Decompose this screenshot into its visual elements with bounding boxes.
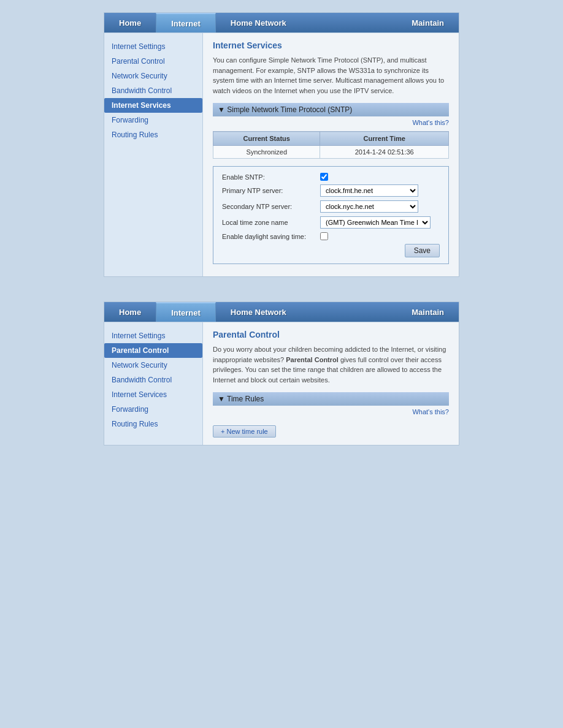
- save-row: Save: [222, 244, 440, 257]
- internet-services-panel: Home Internet Home Network Maintain Inte…: [12, 12, 551, 277]
- content-wrapper-2: Internet Settings Parental Control Netwo…: [104, 322, 459, 445]
- status-value: Synchronized: [213, 146, 320, 159]
- top-nav-1: Home Internet Home Network Maintain: [104, 13, 459, 32]
- whats-this-sntp[interactable]: What's this?: [213, 119, 449, 126]
- sidebar2-internet-settings[interactable]: Internet Settings: [104, 328, 202, 343]
- sidebar-network-security[interactable]: Network Security: [104, 69, 202, 83]
- sidebar2-routing-rules[interactable]: Routing Rules: [104, 417, 202, 431]
- sidebar-parental-control[interactable]: Parental Control: [104, 54, 202, 69]
- content-wrapper-1: Internet Settings Parental Control Netwo…: [104, 33, 459, 276]
- sidebar-internet-settings[interactable]: Internet Settings: [104, 39, 202, 54]
- timezone-label: Local time zone name: [222, 219, 320, 226]
- enable-sntp-checkbox[interactable]: [320, 173, 328, 181]
- nav-home-2[interactable]: Home: [104, 302, 156, 322]
- sidebar-internet-services[interactable]: Internet Services: [104, 98, 202, 113]
- enable-sntp-label: Enable SNTP:: [222, 173, 320, 181]
- sidebar-1: Internet Settings Parental Control Netwo…: [104, 33, 202, 276]
- sidebar2-internet-services[interactable]: Internet Services: [104, 387, 202, 402]
- parental-control-panel: Home Internet Home Network Maintain Inte…: [12, 301, 551, 446]
- primary-ntp-label: Primary NTP server:: [222, 187, 320, 194]
- top-nav-2: Home Internet Home Network Maintain: [104, 302, 459, 322]
- section-header-time-rules[interactable]: ▼ Time Rules: [213, 392, 449, 406]
- nav-home-network-2[interactable]: Home Network: [216, 302, 301, 322]
- section-header-sntp[interactable]: ▼ Simple Network Time Protocol (SNTP): [213, 103, 449, 116]
- time-value: 2014-1-24 02:51:36: [320, 146, 449, 159]
- timezone-select[interactable]: (GMT) Greenwich Mean Time Dut: [320, 216, 431, 229]
- desc-bold: Parental Control: [286, 356, 339, 363]
- nav-internet-2[interactable]: Internet: [156, 302, 216, 322]
- whats-this-time-rules[interactable]: What's this?: [213, 408, 449, 415]
- col-current-time: Current Time: [320, 132, 449, 146]
- page-description-2: Do you worry about your children becomin…: [213, 344, 449, 385]
- timezone-row: Local time zone name (GMT) Greenwich Mea…: [222, 216, 440, 229]
- primary-ntp-row: Primary NTP server: clock.fmt.he.net: [222, 184, 440, 197]
- secondary-ntp-row: Secondary NTP server: clock.nyc.he.net: [222, 200, 440, 213]
- secondary-ntp-label: Secondary NTP server:: [222, 203, 320, 210]
- sntp-form: Enable SNTP: Primary NTP server: clock.f…: [213, 166, 449, 264]
- nav-internet-1[interactable]: Internet: [156, 13, 216, 32]
- nav-home-network-1[interactable]: Home Network: [216, 13, 301, 32]
- daylight-checkbox[interactable]: [320, 232, 328, 240]
- nav-maintain-2[interactable]: Maintain: [397, 302, 459, 322]
- sidebar-forwarding[interactable]: Forwarding: [104, 113, 202, 127]
- sidebar-routing-rules[interactable]: Routing Rules: [104, 127, 202, 142]
- sidebar-2: Internet Settings Parental Control Netwo…: [104, 322, 202, 445]
- nav-maintain-1[interactable]: Maintain: [397, 13, 459, 32]
- status-table: Current Status Current Time Synchronized…: [213, 131, 449, 159]
- page-title-2: Parental Control: [213, 330, 449, 339]
- enable-sntp-row: Enable SNTP:: [222, 173, 440, 181]
- daylight-label: Enable daylight saving time:: [222, 233, 320, 240]
- new-time-rule-button[interactable]: + New time rule: [213, 425, 276, 438]
- nav-home-1[interactable]: Home: [104, 13, 156, 32]
- sidebar2-network-security[interactable]: Network Security: [104, 358, 202, 373]
- sidebar-bandwidth-control[interactable]: Bandwidth Control: [104, 83, 202, 98]
- col-current-status: Current Status: [213, 132, 320, 146]
- daylight-row: Enable daylight saving time:: [222, 232, 440, 240]
- primary-ntp-select[interactable]: clock.fmt.he.net: [320, 184, 418, 197]
- page-description-1: You can configure Simple Network Time Pr…: [213, 55, 449, 96]
- sidebar2-bandwidth-control[interactable]: Bandwidth Control: [104, 373, 202, 387]
- sidebar2-forwarding[interactable]: Forwarding: [104, 402, 202, 417]
- save-button[interactable]: Save: [405, 244, 440, 257]
- main-content-1: Internet Services You can configure Simp…: [202, 33, 459, 276]
- table-row: Synchronized 2014-1-24 02:51:36: [213, 146, 449, 159]
- main-content-2: Parental Control Do you worry about your…: [202, 322, 459, 445]
- secondary-ntp-select[interactable]: clock.nyc.he.net: [320, 200, 418, 213]
- page-title-1: Internet Services: [213, 40, 449, 50]
- sidebar2-parental-control[interactable]: Parental Control: [104, 343, 202, 358]
